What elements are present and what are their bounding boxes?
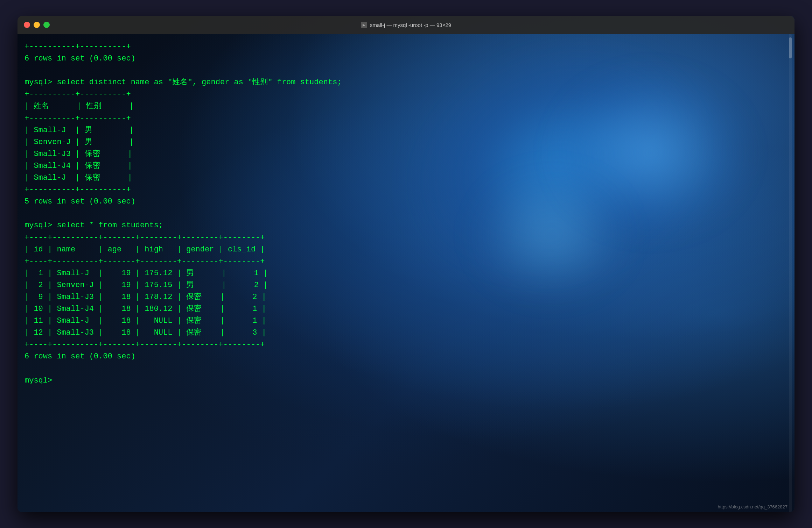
maximize-button[interactable] <box>43 22 50 28</box>
terminal-output: +----------+----------+ 6 rows in set (0… <box>24 41 784 387</box>
terminal-window: ▶ small-j — mysql -uroot -p — 93×29 +---… <box>18 16 794 512</box>
scrollbar[interactable] <box>789 34 792 512</box>
terminal-icon: ▶ <box>361 22 367 28</box>
minimize-button[interactable] <box>34 22 40 28</box>
watermark: https://blog.csdn.net/qq_37662827 <box>718 504 788 509</box>
titlebar: ▶ small-j — mysql -uroot -p — 93×29 <box>18 16 794 34</box>
scrollbar-thumb[interactable] <box>789 37 792 58</box>
traffic-lights <box>24 22 50 28</box>
window-title: ▶ small-j — mysql -uroot -p — 93×29 <box>361 22 451 28</box>
terminal-body[interactable]: +----------+----------+ 6 rows in set (0… <box>18 34 794 512</box>
close-button[interactable] <box>24 22 30 28</box>
title-label: small-j — mysql -uroot -p — 93×29 <box>370 22 451 28</box>
